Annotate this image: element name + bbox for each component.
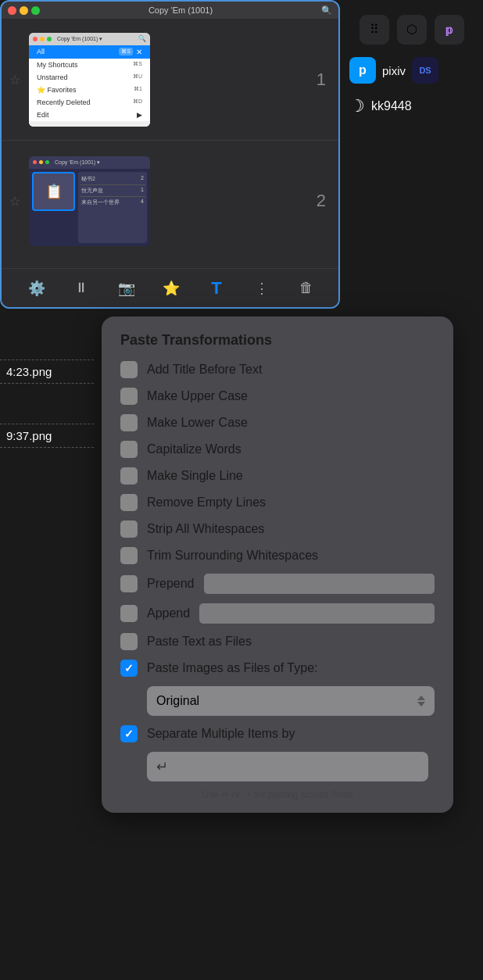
file-label-1: 4:23.png (0, 359, 94, 384)
label-remove-empty: Remove Empty Lines (147, 495, 266, 510)
moon-icon: ☽ (349, 96, 365, 116)
checkbox-capitalize[interactable] (120, 441, 138, 458)
label-append: Append (147, 606, 190, 621)
label-trim-whitespace: Trim Surrounding Whitespaces (147, 549, 318, 563)
label-add-title: Add Title Before Text (147, 363, 262, 377)
menu-item-all[interactable]: All ⌘S ✕ (29, 45, 150, 59)
clip-entry-1[interactable]: ☆ Copy 'Em (1001) ▾ 🔍 All ⌘S ✕ (2, 19, 338, 140)
option-single-line[interactable]: Make Single Line (120, 467, 435, 485)
separator-box[interactable]: ↵ (147, 752, 428, 781)
separator-symbol: ↵ (156, 758, 168, 775)
settings-button[interactable]: ⚙️ (24, 276, 49, 301)
pixiv-label: pixiv (382, 64, 406, 77)
star-add-button[interactable]: ⭐ (159, 276, 184, 301)
search-icon[interactable]: 🔍 (321, 5, 332, 16)
menu-item-shortcuts[interactable]: My Shortcuts⌘S (29, 59, 150, 71)
checkbox-upper-case[interactable] (120, 388, 138, 405)
checkbox-single-line[interactable] (120, 467, 138, 485)
option-append[interactable]: Append (120, 603, 435, 624)
close-button[interactable] (8, 6, 16, 15)
star-icon-2[interactable]: ☆ (9, 194, 20, 209)
label-prepend: Prepend (147, 577, 195, 591)
prepend-input[interactable] (204, 574, 435, 594)
label-paste-images: Paste Images as Files of Type: (147, 661, 317, 675)
menu-item-edit[interactable]: Edit▶ (29, 109, 150, 121)
moon-row: ☽ kk9448 (340, 90, 483, 123)
option-capitalize[interactable]: Capitalize Words (120, 441, 435, 458)
label-lower-case: Make Lower Case (147, 416, 248, 430)
file-label-2: 9:37.png (0, 424, 94, 448)
clipboard-app-window: Copy 'Em (1001) 🔍 ☆ Copy 'Em (1001) ▾ 🔍 … (0, 0, 340, 309)
paste-transformations-popup: Paste Transformations Add Title Before T… (102, 317, 453, 813)
checkbox-strip-whitespace[interactable] (120, 520, 138, 538)
more-button[interactable]: ⋮ (249, 276, 274, 301)
label-single-line: Make Single Line (147, 469, 243, 483)
clip-thumbnail-2: Copy 'Em (1001) ▾ 📋 秘书22 恒无声息1 来自另一个世界4 … (29, 156, 150, 246)
option-lower-case[interactable]: Make Lower Case (120, 414, 435, 431)
image-type-container: Original (147, 686, 435, 716)
option-separate-items[interactable]: ✓ Separate Multiple Items by (120, 725, 435, 742)
label-capitalize: Capitalize Words (147, 442, 242, 456)
clip-entry-2[interactable]: ☆ Copy 'Em (1001) ▾ 📋 秘书22 恒无声息1 来自另一个世界… (2, 140, 338, 261)
cube-icon[interactable]: ⬡ (397, 15, 427, 45)
option-paste-images[interactable]: ✓ Paste Images as Files of Type: (120, 660, 435, 677)
option-remove-empty[interactable]: Remove Empty Lines (120, 494, 435, 511)
append-input[interactable] (199, 603, 435, 624)
checkbox-append[interactable] (120, 605, 138, 622)
image-type-value: Original (156, 694, 199, 708)
checkbox-paste-as-files[interactable] (120, 633, 138, 650)
inner-search-icon: 🔍 (138, 35, 146, 42)
checkbox-trim-whitespace[interactable] (120, 547, 138, 564)
option-trim-whitespace[interactable]: Trim Surrounding Whitespaces (120, 547, 435, 564)
dropdown-menu: All ⌘S ✕ My Shortcuts⌘S Unstarred⌘U ⭐ Fa… (29, 45, 150, 127)
pixiv-icon[interactable]: p (349, 57, 376, 84)
checkbox-remove-empty[interactable] (120, 494, 138, 511)
option-strip-whitespace[interactable]: Strip All Whitespaces (120, 520, 435, 538)
checkbox-add-title[interactable] (120, 361, 138, 378)
inner-title: Copy 'Em (1001) ▾ (57, 36, 102, 42)
label-strip-whitespace: Strip All Whitespaces (147, 522, 264, 536)
checkbox-separate-items[interactable]: ✓ (120, 725, 138, 742)
window-title: Copy 'Em (1001) (44, 5, 317, 15)
option-prepend[interactable]: Prepend (120, 574, 435, 594)
menu-item-deleted[interactable]: Recently Deleted⌘D (29, 96, 150, 109)
clipboard-icon[interactable]: ⠿ (360, 15, 389, 45)
label-separate-items: Separate Multiple Items by (147, 727, 295, 741)
option-add-title[interactable]: Add Title Before Text (120, 361, 435, 378)
delete-button[interactable]: 🗑 (294, 276, 319, 301)
option-upper-case[interactable]: Make Upper Case (120, 388, 435, 405)
popup-title: Paste Transformations (120, 332, 435, 349)
checkbox-lower-case[interactable] (120, 414, 138, 431)
label-paste-as-files: Paste Text as Files (147, 635, 252, 649)
checkbox-paste-images[interactable]: ✓ (120, 660, 138, 677)
ds-icon[interactable]: DS (412, 57, 438, 84)
menu-item-unstarred[interactable]: Unstarred⌘U (29, 71, 150, 84)
image-type-select[interactable]: Original (147, 686, 435, 716)
menu-item-favorites[interactable]: ⭐ Favorites⌘1 (29, 84, 150, 96)
camera-button[interactable]: 📷 (114, 276, 139, 301)
p-icon[interactable]: 𝕡 (435, 15, 464, 45)
pixiv-row: p pixiv DS (340, 51, 483, 90)
clip-thumbnail-1: Copy 'Em (1001) ▾ 🔍 All ⌘S ✕ My Shortcut… (29, 33, 150, 127)
text-button[interactable]: T (204, 276, 229, 301)
checkbox-prepend[interactable] (120, 575, 138, 592)
username-label: kk9448 (371, 99, 412, 113)
clip-number-2: 2 (317, 191, 326, 211)
maximize-button[interactable] (31, 6, 40, 15)
clip-toolbar: ⚙️ ⏸ 📷 ⭐ T ⋮ 🗑 (2, 268, 340, 307)
top-right-icons: ⠿ ⬡ 𝕡 (340, 8, 483, 51)
hint-text: Use ↵ or → for pasting across fields (120, 789, 435, 800)
pause-button[interactable]: ⏸ (69, 276, 94, 301)
option-paste-as-files[interactable]: Paste Text as Files (120, 633, 435, 650)
minimize-button[interactable] (20, 6, 28, 15)
label-upper-case: Make Upper Case (147, 389, 248, 403)
select-chevron-icon (417, 696, 425, 706)
clip-number-1: 1 (317, 70, 326, 90)
star-icon-1[interactable]: ☆ (9, 72, 20, 87)
